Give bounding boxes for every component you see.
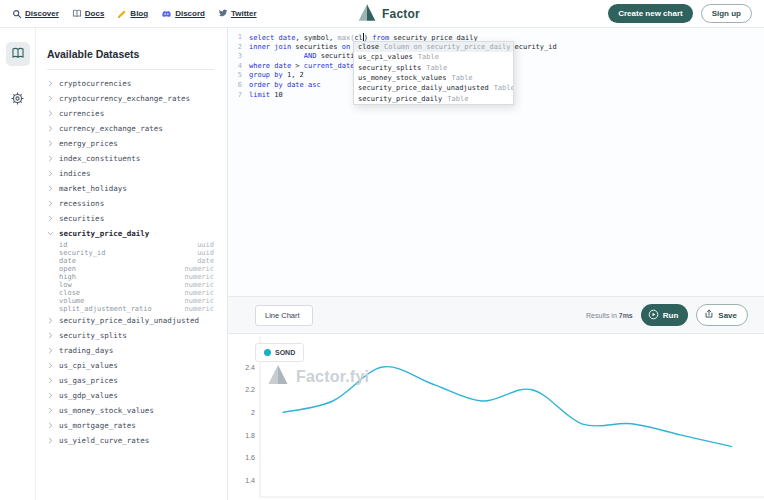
dataset-label: us_money_stock_values <box>59 406 154 415</box>
dataset-item-currencies[interactable]: currencies <box>36 106 227 121</box>
nav-links: Discover Docs Blog Discord Twitter <box>12 9 257 19</box>
dataset-item-indices[interactable]: indices <box>36 166 227 181</box>
dataset-item-us_yield_curve_rates[interactable]: us_yield_curve_rates <box>36 433 227 448</box>
autocomplete-item-us_cpi_values[interactable]: us_cpi_valuesTable <box>354 52 513 62</box>
autocomplete-item-close[interactable]: closeColumn on security_price_daily <box>354 42 513 52</box>
line-number: 2 <box>228 43 242 53</box>
dataset-column-low: lownumeric <box>36 281 227 289</box>
dataset-item-security_splits[interactable]: security_splits <box>36 328 227 343</box>
chevron-right-icon <box>47 215 54 222</box>
dataset-column-high: highnumeric <box>36 273 227 281</box>
legend-item-sond[interactable]: SOND <box>255 343 304 362</box>
factor-logo-icon <box>357 3 377 26</box>
chevron-right-icon <box>47 125 54 132</box>
search-icon <box>12 9 22 19</box>
sign-up-button[interactable]: Sign up <box>701 4 752 23</box>
watermark: Factor.fyi <box>266 364 369 389</box>
dataset-item-us_money_stock_values[interactable]: us_money_stock_values <box>36 403 227 418</box>
dataset-item-market_holidays[interactable]: market_holidays <box>36 181 227 196</box>
sidebar-divider <box>47 69 214 70</box>
chart-type-select[interactable]: Line Chart <box>255 305 313 326</box>
autocomplete-item-security_splits[interactable]: security_splitsTable <box>354 63 513 73</box>
dataset-column-volume: volumenumeric <box>36 297 227 305</box>
nav-link-discord[interactable]: Discord <box>161 9 205 19</box>
sidebar-title: Available Datasets <box>47 48 227 60</box>
settings-button[interactable] <box>6 88 30 112</box>
chevron-right-icon <box>47 392 54 399</box>
dataset-label: trading_days <box>59 346 113 355</box>
dataset-column-split_adjustment_ratio: split_adjustment_rationumeric <box>36 305 227 313</box>
dataset-item-securities[interactable]: securities <box>36 211 227 226</box>
y-tick-label: 1.4 <box>245 477 255 484</box>
dataset-item-index_constituents[interactable]: index_constituents <box>36 151 227 166</box>
dataset-label: market_holidays <box>59 184 127 193</box>
chart-type-value: Line Chart <box>265 311 300 320</box>
line-number: 6 <box>228 81 242 91</box>
autocomplete-dropdown: closeColumn on security_price_dailyus_cp… <box>353 41 514 105</box>
line-number: 3 <box>228 52 242 62</box>
chevron-right-icon <box>47 95 54 102</box>
autocomplete-item-security_price_daily_unadjusted[interactable]: security_price_daily_unadjustedTable <box>354 83 513 93</box>
dataset-label: securities <box>59 214 104 223</box>
nav-link-twitter[interactable]: Twitter <box>218 9 257 18</box>
chevron-right-icon <box>47 80 54 87</box>
play-icon <box>648 309 659 322</box>
chevron-right-icon <box>47 317 54 324</box>
run-button[interactable]: Run <box>641 304 689 326</box>
dataset-item-cryptocurrency_exchange_rates[interactable]: cryptocurrency_exchange_rates <box>36 91 227 106</box>
dataset-label: us_yield_curve_rates <box>59 436 149 445</box>
chevron-right-icon <box>47 407 54 414</box>
dataset-item-energy_prices[interactable]: energy_prices <box>36 136 227 151</box>
save-button[interactable]: Save <box>696 304 748 326</box>
logo-text: Factor <box>382 7 420 21</box>
nav-link-label: Blog <box>130 9 148 18</box>
dataset-label: index_constituents <box>59 154 140 163</box>
chevron-right-icon <box>47 347 54 354</box>
chevron-right-icon <box>47 332 54 339</box>
nav-link-discover[interactable]: Discover <box>12 9 59 19</box>
autocomplete-item-security_price_daily[interactable]: security_price_dailyTable <box>354 93 513 103</box>
sql-editor[interactable]: 1select date, symbol, max(cl) from secur… <box>228 28 764 296</box>
nav-link-label: Twitter <box>231 9 257 18</box>
chart-panel: SOND Factor.fyi 2.42.221.81.61.4 <box>228 334 764 500</box>
dataset-item-currency_exchange_rates[interactable]: currency_exchange_rates <box>36 121 227 136</box>
dataset-item-us_gas_prices[interactable]: us_gas_prices <box>36 373 227 388</box>
dataset-label: us_gdp_values <box>59 391 118 400</box>
dataset-label: recessions <box>59 199 104 208</box>
nav-link-label: Discord <box>175 9 205 18</box>
line-chart: 2.42.221.81.61.4 <box>228 334 764 500</box>
dataset-item-cryptocurrencies[interactable]: cryptocurrencies <box>36 76 227 91</box>
dataset-item-us_gdp_values[interactable]: us_gdp_values <box>36 388 227 403</box>
create-new-chart-button[interactable]: Create new chart <box>608 4 692 23</box>
autocomplete-item-us_money_stock_values[interactable]: us_money_stock_valuesTable <box>354 73 513 83</box>
dataset-label: us_cpi_values <box>59 361 118 370</box>
dataset-label: security_splits <box>59 331 127 340</box>
top-actions: Create new chart Sign up <box>608 4 752 23</box>
dataset-item-us_mortgage_rates[interactable]: us_mortgage_rates <box>36 418 227 433</box>
dataset-item-security_price_daily_unadjusted[interactable]: security_price_daily_unadjusted <box>36 313 227 328</box>
dataset-label: security_price_daily_unadjusted <box>59 316 199 325</box>
y-tick-label: 2.2 <box>245 386 255 393</box>
save-icon <box>704 309 714 321</box>
save-button-label: Save <box>718 311 737 320</box>
top-navigation: Discover Docs Blog Discord Twitter Fact <box>0 0 764 28</box>
book-icon <box>11 45 25 63</box>
dataset-item-us_cpi_values[interactable]: us_cpi_values <box>36 358 227 373</box>
chevron-right-icon <box>47 377 54 384</box>
y-tick-label: 2.4 <box>245 364 255 371</box>
dataset-column-security_id: security_iduuid <box>36 249 227 257</box>
nav-link-docs[interactable]: Docs <box>72 9 105 18</box>
factor-logo[interactable]: Factor <box>357 0 420 28</box>
dataset-label: energy_prices <box>59 139 118 148</box>
dataset-column-date: datedate <box>36 257 227 265</box>
dataset-column-open: opennumeric <box>36 265 227 273</box>
dataset-item-recessions[interactable]: recessions <box>36 196 227 211</box>
dataset-label: cryptocurrency_exchange_rates <box>59 94 190 103</box>
dataset-item-trading_days[interactable]: trading_days <box>36 343 227 358</box>
main-panel: 1select date, symbol, max(cl) from secur… <box>228 28 764 500</box>
datasets-panel-button[interactable] <box>6 42 30 66</box>
legend-dot <box>264 349 271 356</box>
nav-link-blog[interactable]: Blog <box>117 9 148 19</box>
blog-icon <box>117 9 127 19</box>
dataset-item-security_price_daily[interactable]: security_price_daily <box>36 226 227 241</box>
